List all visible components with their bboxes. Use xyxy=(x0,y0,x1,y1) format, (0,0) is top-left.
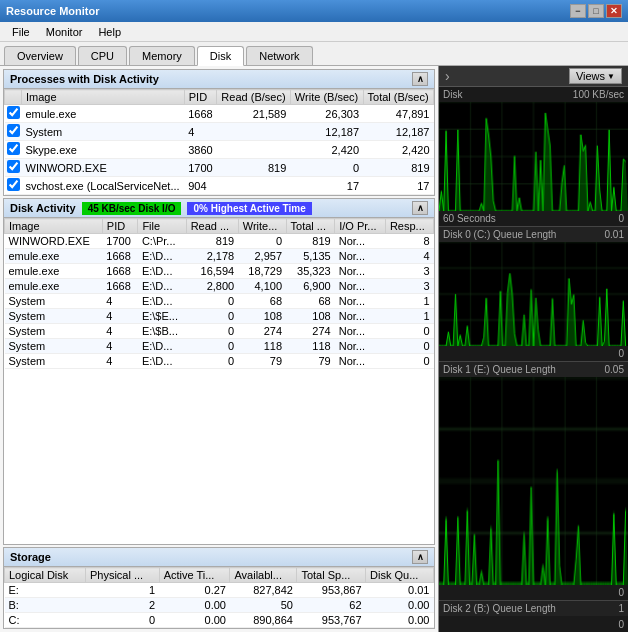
proc-col-pid: PID xyxy=(184,90,217,105)
disk2-queue-label-bar: Disk 2 (B:) Queue Length 1 xyxy=(439,601,628,616)
table-row: B: 2 0.00 50 62 0.00 xyxy=(5,598,434,613)
table-row: E: 1 0.27 827,842 953,867 0.01 xyxy=(5,583,434,598)
tab-cpu[interactable]: CPU xyxy=(78,46,127,65)
disk2-queue-value: 1 xyxy=(618,603,624,614)
disk-graph-value: 100 KB/sec xyxy=(573,89,624,100)
disk1-queue-label-bar: Disk 1 (E:) Queue Length 0.05 xyxy=(439,362,628,377)
da-col-image: Image xyxy=(5,219,103,234)
disk-graph-label: Disk xyxy=(443,89,462,100)
tabs-bar: Overview CPU Memory Disk Network xyxy=(0,42,628,66)
disk0-queue-value: 0.01 xyxy=(605,229,624,240)
storage-section-title: Storage xyxy=(10,551,51,563)
table-row: emule.exe 1668 E:\D... 2,178 2,957 5,135… xyxy=(5,249,434,264)
da-col-read: Read ... xyxy=(186,219,238,234)
da-col-resp: Resp... xyxy=(385,219,433,234)
da-col-write: Write... xyxy=(238,219,286,234)
table-row: System 4 E:\D... 0 68 68 Nor... 1 xyxy=(5,294,434,309)
da-col-pid: PID xyxy=(102,219,138,234)
process-checkbox[interactable] xyxy=(7,178,20,191)
disk-activity-section: Disk Activity 45 KB/sec Disk I/O 0% High… xyxy=(3,198,435,545)
right-panel: › Views ▼ Disk 100 KB/sec 60 Seconds 0 D… xyxy=(438,66,628,632)
processes-section-title: Processes with Disk Activity xyxy=(10,73,159,85)
disk-activity-indicator2: 0% Highest Active Time xyxy=(187,202,311,215)
processes-collapse-btn[interactable]: ∧ xyxy=(412,72,428,86)
processes-section: Processes with Disk Activity ∧ Image PID… xyxy=(3,69,435,196)
disk-graph-1: 0 xyxy=(439,242,628,362)
disk1-queue-label: Disk 1 (E:) Queue Length xyxy=(443,364,556,375)
tab-disk[interactable]: Disk xyxy=(197,46,244,66)
disk-activity-collapse-btn[interactable]: ∧ xyxy=(412,201,428,215)
menu-bar: File Monitor Help xyxy=(0,22,628,42)
table-row: WINWORD.EXE 1700 819 0 819 xyxy=(5,159,434,177)
disk-activity-indicator1: 45 KB/sec Disk I/O xyxy=(82,202,182,215)
st-col-physical: Physical ... xyxy=(85,568,159,583)
process-checkbox[interactable] xyxy=(7,106,20,119)
title-bar: Resource Monitor − □ ✕ xyxy=(0,0,628,22)
st-col-available: Availabl... xyxy=(230,568,297,583)
disk2-queue-label: Disk 2 (B:) Queue Length xyxy=(443,603,556,614)
disk2-zero: 0 xyxy=(618,587,624,598)
st-col-disk: Logical Disk xyxy=(5,568,86,583)
table-row: WINWORD.EXE 1700 C:\Pr... 819 0 819 Nor.… xyxy=(5,234,434,249)
maximize-button[interactable]: □ xyxy=(588,4,604,18)
tab-overview[interactable]: Overview xyxy=(4,46,76,65)
minimize-button[interactable]: − xyxy=(570,4,586,18)
st-col-total: Total Sp... xyxy=(297,568,366,583)
table-row: emule.exe 1668 E:\D... 16,594 18,729 35,… xyxy=(5,264,434,279)
menu-help[interactable]: Help xyxy=(90,24,129,40)
disk-activity-title: Disk Activity xyxy=(10,202,76,214)
menu-file[interactable]: File xyxy=(4,24,38,40)
tab-memory[interactable]: Memory xyxy=(129,46,195,65)
views-dropdown-arrow: ▼ xyxy=(607,72,615,81)
right-panel-expand-btn[interactable]: › xyxy=(445,68,450,84)
views-button[interactable]: Views ▼ xyxy=(569,68,622,84)
close-button[interactable]: ✕ xyxy=(606,4,622,18)
st-col-active: Active Ti... xyxy=(159,568,230,583)
proc-col-image: Image xyxy=(22,90,185,105)
tab-network[interactable]: Network xyxy=(246,46,312,65)
da-col-total: Total ... xyxy=(286,219,335,234)
proc-col-write: Write (B/sec) xyxy=(290,90,363,105)
storage-section: Storage ∧ Logical Disk Physical ... Acti… xyxy=(3,547,435,629)
disk1-zero: 0 xyxy=(618,348,624,359)
proc-col-read: Read (B/sec) xyxy=(217,90,291,105)
da-col-file: File xyxy=(138,219,186,234)
disk-graph-time-label: 60 Seconds xyxy=(443,213,496,224)
table-row: System 4 E:\D... 0 118 118 Nor... 0 xyxy=(5,339,434,354)
process-checkbox[interactable] xyxy=(7,142,20,155)
menu-monitor[interactable]: Monitor xyxy=(38,24,91,40)
app-title: Resource Monitor xyxy=(6,5,100,17)
table-row: svchost.exe (LocalServiceNet... 904 17 1… xyxy=(5,177,434,195)
proc-col-total: Total (B/sec) xyxy=(363,90,433,105)
table-row: Skype.exe 3860 2,420 2,420 xyxy=(5,141,434,159)
table-row: emule.exe 1668 21,589 26,303 47,891 xyxy=(5,105,434,123)
table-row: System 4 E:\D... 0 79 79 Nor... 0 xyxy=(5,354,434,369)
process-checkbox[interactable] xyxy=(7,160,20,173)
disk2-bottom-value: 0 xyxy=(618,619,624,630)
disk0-queue-label-bar: Disk 0 (C:) Queue Length 0.01 xyxy=(439,227,628,242)
disk1-queue-value: 0.05 xyxy=(605,364,624,375)
disk-graph-time-value: 0 xyxy=(618,213,624,224)
process-checkbox[interactable] xyxy=(7,124,20,137)
table-row: C: 0 0.00 890,864 953,767 0.00 xyxy=(5,613,434,628)
storage-collapse-btn[interactable]: ∧ xyxy=(412,550,428,564)
table-row: System 4 12,187 12,187 xyxy=(5,123,434,141)
disk-graph-overall: Disk 100 KB/sec 60 Seconds 0 xyxy=(439,87,628,227)
disk0-queue-label: Disk 0 (C:) Queue Length xyxy=(443,229,556,240)
disk-graph-2: 0 xyxy=(439,377,628,601)
da-col-io: I/O Pr... xyxy=(335,219,386,234)
table-row: System 4 E:\$E... 0 108 108 Nor... 1 xyxy=(5,309,434,324)
table-row: System 4 E:\$B... 0 274 274 Nor... 0 xyxy=(5,324,434,339)
table-row: emule.exe 1668 E:\D... 2,800 4,100 6,900… xyxy=(5,279,434,294)
st-col-queue: Disk Qu... xyxy=(366,568,434,583)
